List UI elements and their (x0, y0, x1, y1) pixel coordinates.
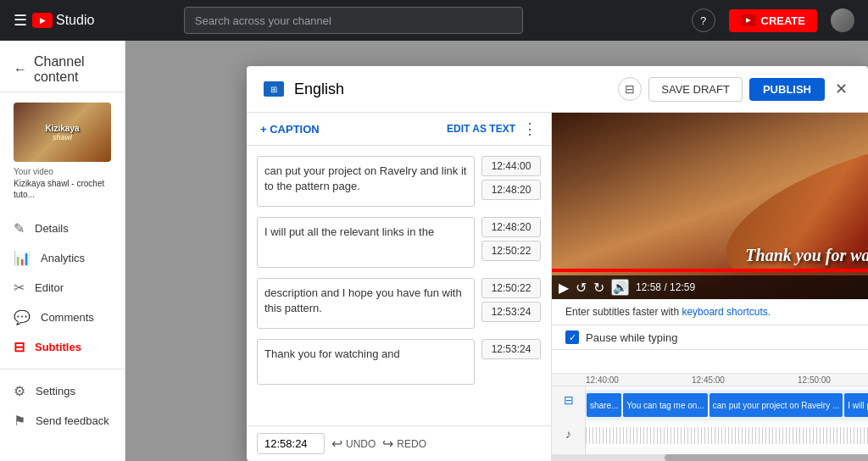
time-chip-start-4[interactable]: 12:53:24 (481, 339, 541, 359)
language-icon (264, 81, 284, 97)
tracks-content: share... You can tag me on... can put yo… (586, 386, 868, 454)
time-chip-end-3[interactable]: 12:53:24 (481, 302, 541, 322)
more-options-icon[interactable]: ⋮ (522, 119, 537, 138)
zoom-controls: 🔍 🔍 (552, 350, 868, 373)
create-button[interactable]: ▶ CREATE (729, 9, 817, 32)
pause-typing-checkbox[interactable] (565, 330, 579, 344)
caption-row: Thank you for watching and 12:53:24 (247, 336, 551, 392)
caption-row: description and I hope you have fun with… (247, 275, 551, 336)
sidebar-item-analytics[interactable]: 📊 Analytics (0, 243, 125, 273)
modal-header: English ⊟ SAVE DRAFT PUBLISH ✕ (247, 66, 868, 113)
sidebar-nav: ✎ Details 📊 Analytics ✂ Editor 💬 Comment… (0, 214, 125, 362)
timeline-tracks: ⊟ ♪ share... You can tag me on... can pu… (552, 386, 868, 454)
sidebar-back[interactable]: ← Channel content (0, 47, 125, 92)
keyboard-shortcuts-link[interactable]: keyboard shortcuts. (682, 306, 771, 318)
ruler-mark-1: 12:40:00 (586, 375, 619, 385)
caption-text-box-3: description and I hope you have fun with… (257, 278, 475, 332)
video-preview: Thank you for watching! ▶ ↺ ↻ 🔊 12:58 / (552, 113, 868, 299)
caption-segment-0[interactable]: share... (587, 393, 621, 417)
caption-text-input-4[interactable]: Thank you for watching and (257, 339, 475, 385)
video-controls: ▶ ↺ ↻ 🔊 12:58 / 12:59 ⚙ (552, 275, 868, 299)
caption-panel: + CAPTION EDIT AS TEXT ⋮ can put your pr… (247, 113, 552, 461)
redo-button[interactable]: ↪ REDO (382, 436, 426, 452)
add-caption-button[interactable]: + CAPTION (260, 123, 320, 136)
caption-times-3: 12:50:22 12:53:24 (481, 278, 541, 322)
sidebar-item-settings[interactable]: ⚙ Settings (0, 376, 125, 406)
sidebar-item-subtitles[interactable]: ⊟ Subtitles (0, 332, 125, 362)
caption-text-box-4: Thank you for watching and (257, 339, 475, 388)
progress-bar-fill (552, 269, 868, 272)
time-chip-end-2[interactable]: 12:50:22 (481, 241, 541, 261)
comments-icon: 💬 (14, 309, 31, 325)
sidebar-video-title: Kizikaya shawl - crochet tuto... (14, 178, 111, 200)
sidebar-thumbnail: Kizikaya shawl (14, 103, 111, 162)
caption-times-4: 12:53:24 (481, 339, 541, 359)
subtitle-modal: English ⊟ SAVE DRAFT PUBLISH ✕ + CAPTION… (247, 66, 868, 461)
scrollbar-thumb[interactable] (665, 454, 868, 461)
volume-button[interactable]: 🔊 (611, 279, 629, 296)
search-bar[interactable]: Search across your channel (184, 7, 523, 34)
time-chip-end-1[interactable]: 12:48:20 (481, 180, 541, 200)
timeline-area: 🔍 🔍 12:40:00 12:45:00 12:50:00 12:55:00 … (552, 350, 868, 461)
play-button[interactable]: ▶ (559, 280, 569, 296)
forward-button[interactable]: ↻ (593, 280, 604, 296)
rewind-button[interactable]: ↺ (576, 280, 587, 296)
music-track (586, 424, 868, 447)
save-draft-button[interactable]: SAVE DRAFT (648, 77, 743, 102)
music-track-icon: ♪ (565, 427, 571, 441)
back-icon: ← (14, 62, 27, 77)
speech-icon[interactable]: ⊟ (618, 77, 642, 101)
caption-row: can put your project on Ravelry and link… (247, 153, 551, 214)
sidebar-divider (0, 369, 125, 369)
background-content: EDIT PUBLISH DUPLICATE AND EDIT English … (125, 41, 868, 461)
caption-text-box-2: I will put all the relevant links in the (257, 217, 475, 271)
undo-icon: ↩ (331, 436, 342, 452)
time-chip-start-1[interactable]: 12:44:00 (481, 156, 541, 176)
sidebar-item-details[interactable]: ✎ Details (0, 214, 125, 243)
caption-list: can put your project on Ravelry and link… (247, 146, 551, 425)
time-input[interactable] (257, 433, 325, 454)
timeline-scrollbar[interactable] (552, 454, 868, 461)
edit-as-text-button[interactable]: EDIT AS TEXT (447, 123, 515, 135)
close-button[interactable]: ✕ (832, 76, 851, 102)
subtitle-info: Enter subtitles faster with keyboard sho… (552, 299, 868, 325)
video-overlay-text: Thank you for watching! (552, 246, 868, 265)
caption-segment-2[interactable]: can put your project on Ravelry ... (709, 393, 843, 417)
sidebar: ← Channel content Kizikaya shawl Your vi… (0, 41, 125, 461)
sidebar-item-feedback[interactable]: ⚑ Send feedback (0, 406, 125, 436)
details-icon: ✎ (14, 220, 25, 236)
undo-button[interactable]: ↩ UNDO (331, 436, 376, 452)
caption-times-2: 12:48:20 12:50:22 (481, 217, 541, 261)
caption-text-box-1: can put your project on Ravelry and link… (257, 156, 475, 210)
topbar-right: ? ▶ CREATE (692, 8, 854, 32)
create-icon: ▶ (741, 14, 756, 26)
publish-button[interactable]: PUBLISH (749, 78, 825, 101)
logo: ☰ Studio (14, 11, 94, 30)
time-chip-start-3[interactable]: 12:50:22 (481, 278, 541, 298)
sidebar-item-editor[interactable]: ✂ Editor (0, 273, 125, 303)
caption-text-input-1[interactable]: can put your project on Ravelry and link… (257, 156, 475, 207)
music-wave (586, 427, 868, 444)
progress-bar[interactable] (552, 269, 868, 272)
avatar[interactable] (831, 8, 854, 32)
hamburger-icon[interactable]: ☰ (14, 11, 27, 30)
sidebar-item-comments[interactable]: 💬 Comments (0, 303, 125, 332)
caption-segment-1[interactable]: You can tag me on... (623, 393, 707, 417)
sidebar-video-label: Your video (14, 167, 111, 176)
youtube-logo: Studio (32, 13, 94, 28)
youtube-icon (32, 13, 53, 28)
caption-segment-3[interactable]: I will put all ... (844, 393, 868, 417)
ruler-mark-2: 12:45:00 (692, 375, 725, 385)
ruler-mark-3: 12:50:00 (798, 375, 831, 385)
studio-text: Studio (56, 13, 94, 28)
caption-track-icon: ⊟ (564, 393, 574, 407)
caption-text-input-3[interactable]: description and I hope you have fun with… (257, 278, 475, 329)
caption-text-input-2[interactable]: I will put all the relevant links in the (257, 217, 475, 268)
modal-title: English (294, 81, 608, 98)
editor-icon: ✂ (14, 280, 25, 296)
help-button[interactable]: ? (692, 8, 715, 32)
pause-typing-row: Pause while typing (552, 325, 868, 350)
feedback-icon: ⚑ (14, 413, 25, 429)
time-chip-start-2[interactable]: 12:48:20 (481, 217, 541, 237)
modal-header-buttons: ⊟ SAVE DRAFT PUBLISH ✕ (618, 76, 851, 102)
